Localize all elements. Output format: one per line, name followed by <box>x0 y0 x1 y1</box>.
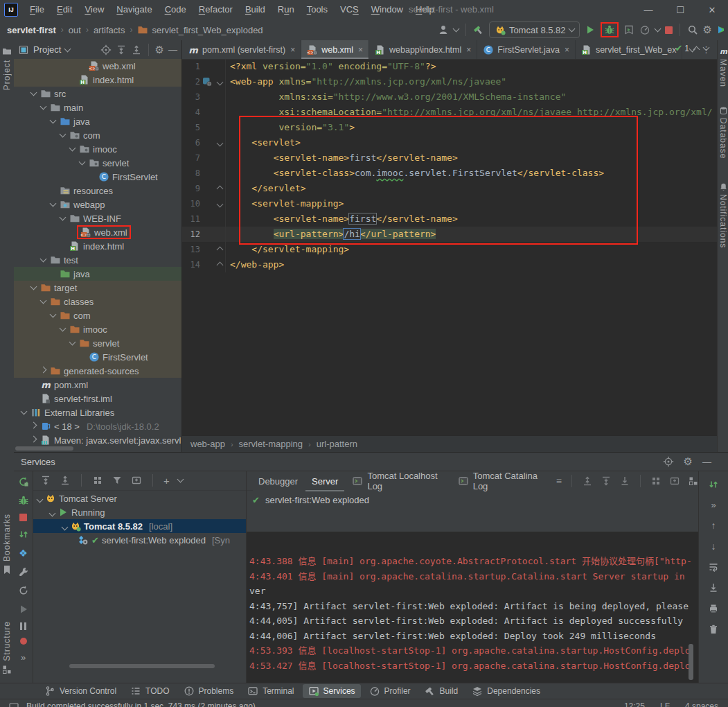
panel-settings-icon[interactable]: ⚙ <box>155 44 164 56</box>
code-line[interactable]: 3 xmlns:xsi="http://www.w3.org/2001/XMLS… <box>182 89 717 105</box>
tree-chevron-icon[interactable] <box>30 283 37 290</box>
toolwindow-button-terminal[interactable]: Terminal <box>242 684 299 698</box>
tool-stripe-bookmarks[interactable]: Bookmarks <box>0 514 14 575</box>
tree-chevron-icon[interactable] <box>37 496 44 503</box>
menu-navigate[interactable]: Navigate <box>110 4 158 15</box>
code-line[interactable]: 14</web-app> <box>182 257 717 272</box>
expand-icon[interactable] <box>116 44 127 55</box>
print-icon[interactable] <box>708 603 719 614</box>
toolwindow-button-todo[interactable]: TODO <box>125 684 175 698</box>
console-tab[interactable]: Tomcat Catalina Log <box>452 471 551 491</box>
collapse-icon[interactable] <box>60 475 71 486</box>
project-tree-item[interactable]: servlet-first.iml <box>14 392 181 405</box>
code-line[interactable]: 5 version="3.1"> <box>182 120 717 135</box>
code-line[interactable]: 9 </servlet> <box>182 181 717 196</box>
stop-icon[interactable] <box>19 514 27 521</box>
maximize-button[interactable]: ☐ <box>664 0 696 19</box>
project-tree-item[interactable]: CFirstServlet <box>14 350 181 364</box>
debug-button-annotated[interactable] <box>601 22 619 37</box>
code-line[interactable]: 7 <servlet-name>first</servlet-name> <box>182 150 717 166</box>
inspection-widget[interactable]: ✔1 <box>675 43 709 53</box>
toolwindow-button-dependencies[interactable]: Dependencies <box>466 684 546 698</box>
horizontal-scrollbar[interactable] <box>15 446 73 451</box>
tree-chevron-icon[interactable] <box>69 145 76 152</box>
breadcrumb-item[interactable]: artifacts <box>94 25 125 35</box>
breadcrumb-item[interactable]: servlet-first <box>7 25 56 35</box>
services-tree-item[interactable]: ✔servlet-first:Web exploded[Syn <box>33 533 246 547</box>
xml-breadcrumb-item[interactable]: url-pattern <box>317 439 357 449</box>
menu-icon[interactable]: ≡ <box>556 475 562 487</box>
tree-chevron-icon[interactable] <box>30 436 37 443</box>
menu-window[interactable]: Window <box>365 4 409 15</box>
updeploy-icon[interactable] <box>708 479 719 490</box>
editor-tab[interactable]: Hwebapp\index.html× <box>369 40 477 59</box>
services-tree-item[interactable]: Tomcat Server <box>33 491 246 505</box>
vertical-scrollbar[interactable] <box>689 644 693 680</box>
menu-code[interactable]: Code <box>159 4 193 15</box>
filter-icon[interactable] <box>112 475 123 486</box>
breadcrumb-item[interactable]: servlet_first_Web_exploded <box>137 24 263 35</box>
editor-tab[interactable]: Hservlet_first_Web_ex <box>576 40 683 59</box>
project-tree-item[interactable]: test <box>14 253 181 267</box>
project-tree-item[interactable]: < 18 >D:\tools\jdk-18.0.2 <box>14 419 181 433</box>
code-line[interactable]: 4 xsi:schemaLocation="http://xmlns.jcp.o… <box>182 105 717 120</box>
locate-icon[interactable] <box>663 456 674 467</box>
tree-chevron-icon[interactable] <box>49 509 56 516</box>
project-tree-item[interactable]: servlet <box>14 336 181 350</box>
add-service-icon[interactable]: + <box>163 475 170 487</box>
toolwindow-button-version-control[interactable]: Version Control <box>39 684 122 698</box>
step-down-icon[interactable] <box>601 475 612 487</box>
project-tree-item[interactable]: Hindex.html <box>14 239 181 253</box>
tree-chevron-icon[interactable] <box>49 117 56 124</box>
code-line[interactable]: 11 <servlet-name>first</servlet-name> <box>182 211 717 227</box>
run-configuration-select[interactable]: Tomcat 8.5.82 <box>489 21 580 38</box>
tree-chevron-icon[interactable] <box>39 103 46 110</box>
fold-marker-icon[interactable] <box>216 78 223 85</box>
project-tree-item[interactable]: resources <box>14 184 181 198</box>
menu-run[interactable]: Run <box>272 4 301 15</box>
step-up-icon[interactable] <box>582 475 593 487</box>
close-icon[interactable]: × <box>358 45 363 55</box>
tool-stripe-database[interactable]: Database <box>718 106 728 159</box>
horizontal-scrollbar[interactable] <box>69 664 215 668</box>
bug-icon[interactable] <box>18 495 29 506</box>
services-tree-item[interactable]: Running <box>33 505 246 519</box>
softwrap-icon[interactable] <box>708 561 719 573</box>
close-icon[interactable]: × <box>466 45 471 55</box>
tree-chevron-icon[interactable] <box>39 297 46 304</box>
console-tab[interactable]: Debugger <box>252 471 304 491</box>
tree-chevron-icon[interactable] <box>20 408 27 415</box>
services-diamond-icon[interactable]: ❖ <box>19 548 28 559</box>
tool-stripe-structure[interactable]: Structure <box>0 621 14 675</box>
status-widget[interactable]: LF <box>660 701 670 707</box>
toolwindow-button-problems[interactable]: Problems <box>178 684 240 698</box>
minimize-button[interactable]: — <box>632 0 664 19</box>
expand-icon[interactable] <box>40 475 51 486</box>
status-widget[interactable]: 12:25 <box>624 701 645 707</box>
services-tree-item[interactable]: Tomcat 8.5.82[local] <box>33 519 246 533</box>
coverage-dot-icon[interactable] <box>20 638 27 645</box>
editor-tab[interactable]: mpom.xml (servlet-first)× <box>182 40 301 59</box>
toolwindow-button-profiler[interactable]: Profiler <box>364 684 416 698</box>
pause-icon[interactable] <box>20 622 26 630</box>
project-tree-item[interactable]: webapp <box>14 198 181 211</box>
close-icon[interactable]: × <box>290 45 295 55</box>
next-problem-icon[interactable] <box>703 44 710 51</box>
xml-breadcrumb-item[interactable]: servlet-mapping <box>239 439 303 449</box>
chevron-down-icon[interactable] <box>64 45 71 52</box>
tree-chevron-icon[interactable] <box>69 339 76 346</box>
project-tree-item[interactable]: CFirstServlet <box>14 170 181 184</box>
code-line[interactable]: 6 <servlet> <box>182 135 717 150</box>
tree-chevron-icon[interactable] <box>39 367 46 374</box>
project-tree-item[interactable]: target <box>14 281 181 295</box>
columns-icon[interactable] <box>669 475 680 487</box>
project-tree-item[interactable]: Maven: javax.servlet:javax.servl <box>14 433 181 447</box>
rerun-icon[interactable] <box>18 476 29 487</box>
prev-problem-icon[interactable] <box>693 46 700 53</box>
fold-marker-icon[interactable] <box>216 185 223 192</box>
xml-breadcrumb-item[interactable]: web-app <box>190 439 225 449</box>
user-icon[interactable] <box>438 24 449 35</box>
project-tree-item[interactable]: classes <box>14 295 181 308</box>
services-title[interactable]: Services <box>21 457 55 467</box>
scroll-down-icon[interactable] <box>619 475 630 487</box>
